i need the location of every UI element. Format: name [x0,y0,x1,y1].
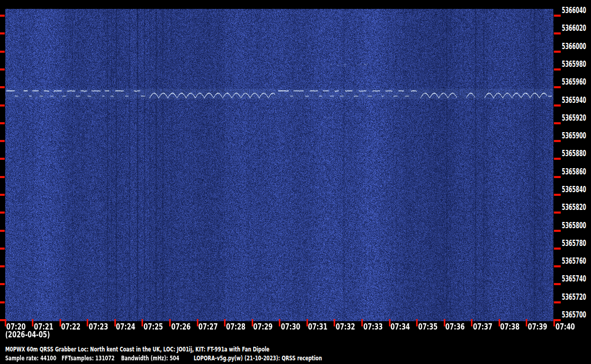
freq-tick-left [0,230,5,232]
freq-tick-right [554,248,561,250]
time-tick [471,319,472,326]
time-label: 07:22 [61,323,80,331]
freq-label: 5365960 [562,78,586,86]
freq-tick-left [0,104,5,107]
time-tick [224,319,226,326]
freq-tick-left [0,176,5,178]
freq-tick-left [0,140,5,142]
time-label: 07:28 [226,323,245,331]
freq-tick-right [554,68,561,71]
freq-label: 5366040 [562,7,586,15]
freq-tick-right [554,140,561,142]
time-tick [416,319,418,326]
freq-tick-left [0,248,5,250]
time-label: 07:24 [116,323,135,331]
time-tick [279,319,280,326]
freq-tick-left [0,122,5,124]
freq-label: 5365980 [562,61,586,68]
freq-tick-right [554,51,561,53]
time-tick [32,319,33,326]
time-label: 07:37 [473,323,492,331]
spectrogram-canvas [5,9,553,321]
freq-label: 5365760 [562,257,586,265]
time-label: 07:29 [253,323,273,331]
freq-label: 5365900 [562,132,586,140]
freq-tick-left [0,15,5,17]
freq-tick-left [0,283,5,285]
time-tick [334,319,335,326]
freq-tick-right [554,212,561,214]
time-label: 07:38 [500,323,519,331]
freq-tick-right [554,32,561,34]
freq-tick-left [0,32,5,34]
time-label: 07:33 [363,323,383,331]
freq-label: 5365860 [562,168,586,176]
freq-tick-left [0,68,5,71]
freq-label: 5365720 [562,293,586,301]
freq-tick-right [554,230,561,232]
time-label: 07:40 [555,323,575,331]
freq-label: 5365920 [562,114,586,122]
freq-tick-right [554,265,561,267]
time-label: 07:25 [144,323,163,331]
freq-tick-right [554,158,561,160]
time-tick [553,319,555,326]
freq-tick-right [554,194,561,196]
freq-tick-right [554,86,561,88]
freq-label: 5365880 [562,150,586,158]
freq-tick-left [0,194,5,196]
freq-label: 5365940 [562,97,586,104]
freq-tick-left [0,86,5,88]
freq-tick-right [554,283,561,285]
station-info-line: M0PWX 60m QRSS Grabber Loc: North kent C… [5,345,269,353]
qrss-grabber-screen: 5366040536602053660005365980536596053659… [0,0,591,364]
time-label: 07:27 [198,323,218,331]
footer-stat: FFTsamples: 131072 [62,354,115,362]
freq-label: 5365700 [562,311,586,319]
freq-tick-right [554,15,561,17]
time-label: 07:30 [281,323,300,331]
time-label: 07:23 [89,323,108,331]
time-tick [141,319,143,326]
time-label: 07:34 [391,323,410,331]
freq-label: 5365800 [562,222,586,230]
freq-tick-right [554,301,561,303]
freq-tick-left [0,265,5,267]
freq-tick-left [0,51,5,53]
freq-label: 5365820 [562,204,586,212]
freq-tick-left [0,212,5,214]
freq-tick-right [554,122,561,124]
freq-label: 5365740 [562,275,586,283]
time-label: 07:32 [336,323,355,331]
date-label: (2026-04-05) [5,331,50,339]
freq-tick-right [554,176,561,178]
time-tick [169,319,171,326]
time-label: 07:31 [308,323,327,331]
freq-label: 5365780 [562,240,586,248]
freq-tick-left [0,158,5,160]
footer-stat: Sample rate: 44100 [5,354,56,362]
freq-label: 5366000 [562,43,586,51]
time-label: 07:36 [445,323,465,331]
time-tick [87,319,88,326]
time-label: 07:26 [171,323,191,331]
footer-stat: Bandwidth (mHz): 504 [121,354,179,362]
freq-label: 5365840 [562,186,586,194]
time-tick [361,319,363,326]
time-label: 07:35 [418,323,438,331]
freq-tick-right [554,104,561,107]
time-label: 07:39 [528,323,547,331]
freq-label: 5366020 [562,25,586,32]
time-tick [526,319,527,326]
freq-tick-left [0,301,5,303]
footer-stat: LOPORA-v5g.py(w) (21-10-2023): QRSS rece… [194,354,322,362]
